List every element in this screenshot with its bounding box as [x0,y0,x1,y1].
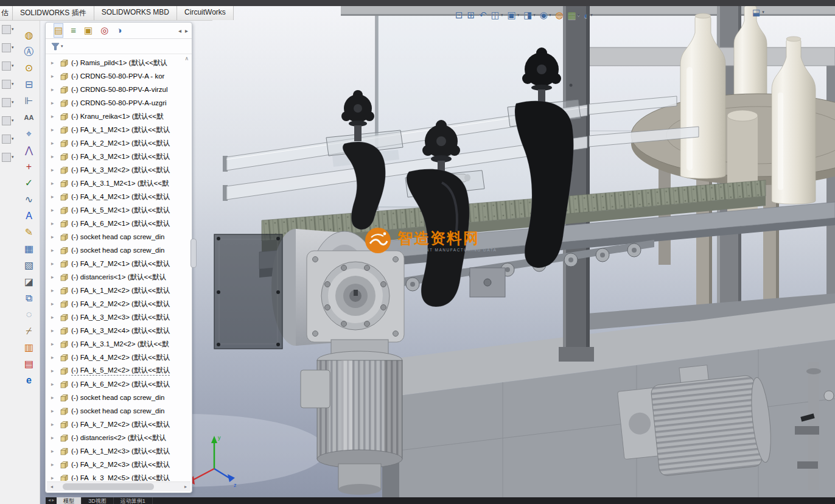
center-mark-icon[interactable]: + [21,159,37,175]
flyout-button-7[interactable]: ▾ [0,130,18,148]
flyout-button-1[interactable]: ▾ [0,20,18,38]
edit-appearance-icon[interactable]: ◍ [555,10,563,21]
feature-tree-item[interactable]: ▸ (-) FA_k_5_M2<2> (默认<<默认 [46,364,192,377]
doc-tabs-nav-icons[interactable]: ◂ ▸ [46,497,57,503]
document-tab-inactive[interactable]: 运动算例1 [114,497,153,504]
feature-tree-item[interactable]: ▸ (-) FA_k_6_M2<1> (默认<<默认 [46,217,192,230]
propertymanager-tab-icon[interactable]: ≡ [71,24,76,37]
expand-arrow-icon[interactable]: ▸ [51,140,58,146]
feature-tree-item[interactable]: ▸ (-) FA_k_7_M2<2> (默认<<默认 [46,418,192,431]
tree-filter-row[interactable]: ▾ [46,39,192,54]
expand-arrow-icon[interactable]: ▸ [51,301,58,307]
view-settings-icon[interactable]: ◐▾ [584,10,593,21]
feature-tree-item[interactable]: ▸ (-) CRDNG-50-80-PPV-A-virzul [46,83,192,96]
section-view-icon[interactable]: ◫▾ [491,10,503,21]
feature-tree-item[interactable]: ▸ (-) FA_k_3.1_M2<1> (默认<<默 [46,177,192,190]
balloon-icon[interactable]: ◍ [21,27,37,44]
expand-arrow-icon[interactable]: ▸ [51,274,58,280]
expand-arrow-icon[interactable]: ▸ [51,341,58,347]
expand-arrow-icon[interactable]: ▸ [51,461,58,467]
feature-tree-item[interactable]: ▸ (-) FA_k_3_M2<2> (默认<<默认 [46,163,192,177]
chevron-down-icon[interactable]: ▾ [12,82,14,86]
apply-scene-icon[interactable]: ▦▾ [568,10,580,21]
expand-arrow-icon[interactable]: ▸ [51,180,58,186]
feature-tree-item[interactable]: ▸ (-) Kranu_reika<1> (默认<<默 [46,110,192,123]
flyout-button-8[interactable]: ▾ [0,148,18,166]
feature-tree-item[interactable]: ▸ (-) socket head cap screw_din [46,243,192,257]
feature-tree-item[interactable]: ▸ (-) FA_k_1_M2<3> (默认<<默认 [46,444,192,458]
chevron-down-icon[interactable]: ▾ [578,13,580,18]
tree-scroll-up-icon[interactable]: ∧ [184,55,189,61]
expand-arrow-icon[interactable]: ▸ [51,368,58,374]
scrollbar-thumb[interactable] [63,483,154,490]
expand-arrow-icon[interactable]: ▸ [51,448,58,454]
tree-horizontal-scrollbar[interactable]: ◂ ▸ [47,481,190,491]
view-settings-icon[interactable]: ◐ [584,10,589,21]
expand-arrow-icon[interactable]: ▸ [51,167,58,173]
document-tab-active[interactable]: 模型 [57,497,82,504]
revision-stamp-icon[interactable]: ▥ [21,340,37,356]
expand-arrow-icon[interactable]: ▸ [51,287,58,293]
expand-arrow-icon[interactable]: ▸ [51,153,58,159]
expand-arrow-icon[interactable]: ▸ [51,234,58,240]
feature-tree-item[interactable]: ▸ (-) CRDNG-50-80-PPV-A - kor [46,69,192,83]
display-pane-button[interactable]: ⬓ ▾ [752,7,764,17]
section-view-icon[interactable]: ◫ [491,10,500,21]
feature-tree-item[interactable]: ▸ (-) socket head cap screw_din [46,404,192,418]
expand-arrow-icon[interactable]: ▸ [51,408,58,414]
note-icon[interactable]: A [21,208,37,225]
chevron-down-icon[interactable]: ▾ [517,13,520,18]
display-style-icon[interactable]: ◨▾ [523,10,536,21]
tab-solidworks-mbd[interactable]: SOLIDWORKS MBD [94,6,177,20]
feature-tree-item[interactable]: ▸ (-) FA_k_2_M2<3> (默认<<默认 [46,458,192,471]
zoom-area-icon[interactable]: ⊞ [467,10,475,21]
feature-tree-item[interactable]: ▸ (-) socket head cap screw_din [46,391,192,404]
format-painter-icon[interactable]: ✎ [21,225,37,241]
flyout-button-4[interactable]: ▾ [0,75,18,93]
chevron-down-icon[interactable]: ▾ [533,13,536,18]
chevron-down-icon[interactable]: ▾ [501,13,503,18]
auto-balloon-icon[interactable]: ⊙ [21,60,37,77]
zoom-area-icon[interactable]: ⊞ [467,10,475,21]
expand-arrow-icon[interactable]: ▸ [51,314,58,320]
expand-arrow-icon[interactable]: ▸ [51,261,58,267]
expand-arrow-icon[interactable]: ▸ [51,435,58,441]
expand-arrow-icon[interactable]: ▸ [51,194,58,200]
expand-arrow-icon[interactable]: ▸ [51,60,58,66]
chevron-down-icon[interactable]: ▾ [12,45,14,50]
feature-tree-item[interactable]: ▸ (-) FA_k_3.1_M2<2> (默认<<默 [46,337,192,351]
tab-evaluate-partial[interactable]: 估 [0,6,13,20]
flyout-button-6[interactable]: ▾ [0,111,18,130]
model-items-icon[interactable]: ⧉ [21,290,37,307]
expand-arrow-icon[interactable]: ▸ [51,220,58,226]
featuremanager-tab-icon[interactable]: ▤ [54,24,63,37]
filter-icon[interactable] [51,43,60,51]
edit-appearance-icon[interactable]: ◍ [555,10,563,21]
flyout-button-2[interactable]: ▾ [0,38,18,57]
feature-tree-item[interactable]: ▸ (-) FA_k_1_M2<2> (默认<<默认 [46,284,192,297]
expand-arrow-icon[interactable]: ▸ [51,73,58,79]
feature-tree-item[interactable]: ▸ (-) Ramis_pild<1> (默认<<默认 [46,56,192,69]
expand-arrow-icon[interactable]: ▸ [51,207,58,213]
weld-symbol-icon[interactable]: ⋀ [21,142,37,159]
expand-arrow-icon[interactable]: ▸ [51,381,58,387]
scroll-right-icon[interactable]: ▸ [181,484,190,489]
feature-tree-item[interactable]: ▸ (-) socket head cap screw_din [46,230,192,243]
display-pane-icon[interactable]: ⬓ [752,7,760,17]
apply-scene-icon[interactable]: ▦ [568,10,576,21]
feature-tree-item[interactable]: ▸ (-) CRDNG-50-80-PPV-A-uzgri [46,96,192,110]
chevron-down-icon[interactable]: ▾ [12,118,14,123]
feature-tree-item[interactable]: ▸ (-) FA_k_4_M2<1> (默认<<默认 [46,190,192,203]
tolerance-box-icon[interactable]: ⊟ [21,77,37,93]
geometric-tolerance-icon[interactable]: ⌖ [21,126,37,142]
filter-dropdown-icon[interactable]: ▾ [61,44,63,49]
panel-forward-icon[interactable]: ▸ [185,27,188,34]
panel-splitter-handle[interactable] [190,239,197,268]
3d-pdf-icon[interactable]: ▤ [21,356,37,373]
chevron-down-icon[interactable]: ▾ [12,63,14,68]
expand-arrow-icon[interactable]: ▸ [51,394,58,401]
spell-checker-icon[interactable]: Ⓐ [21,44,37,60]
feature-tree-item[interactable]: ▸ (-) distanceris<2> (默认<<默认 [46,431,192,444]
zoom-fit-icon[interactable]: ⊡ [455,10,463,21]
feature-tree-item[interactable]: ▸ (-) FA_k_7_M2<1> (默认<<默认 [46,257,192,270]
